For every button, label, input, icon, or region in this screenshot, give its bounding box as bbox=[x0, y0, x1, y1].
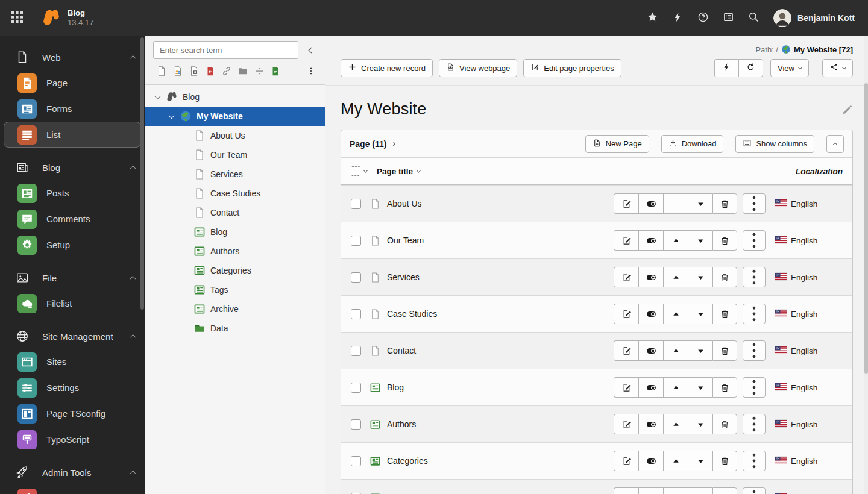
module-menu-scrollbar[interactable] bbox=[140, 37, 144, 310]
refresh-button[interactable] bbox=[738, 59, 763, 77]
delete-button[interactable] bbox=[712, 230, 737, 251]
tree-collapse-button[interactable] bbox=[303, 41, 319, 59]
row-more-button[interactable] bbox=[743, 377, 766, 398]
select-all-checkbox[interactable] bbox=[351, 166, 360, 176]
move-down-button[interactable] bbox=[688, 451, 712, 471]
tree-node-tags[interactable]: Tags bbox=[145, 280, 325, 299]
edit-record-button[interactable] bbox=[614, 304, 638, 324]
sidebar-item-filelist[interactable]: Filelist bbox=[4, 290, 141, 316]
edit-record-button[interactable] bbox=[614, 193, 638, 214]
sidebar-item-settings[interactable]: Settings bbox=[4, 375, 141, 401]
column-page-title[interactable]: Page title bbox=[377, 167, 420, 176]
move-up-button[interactable] bbox=[663, 304, 688, 324]
t-docusers[interactable] bbox=[169, 64, 186, 78]
move-up-button[interactable] bbox=[663, 267, 688, 287]
collapse-table-button[interactable] bbox=[826, 135, 844, 153]
bookmarks-star-icon[interactable] bbox=[640, 0, 665, 36]
delete-button[interactable] bbox=[712, 377, 737, 398]
tree-node-my-website[interactable]: My Website bbox=[145, 107, 325, 126]
edit-record-button[interactable] bbox=[614, 487, 638, 494]
t-docred[interactable] bbox=[202, 64, 218, 78]
delete-button[interactable] bbox=[712, 487, 737, 494]
t-docgreen[interactable] bbox=[267, 64, 283, 78]
delete-button[interactable] bbox=[712, 304, 737, 324]
row-page-title[interactable]: Our Team bbox=[387, 236, 424, 245]
move-down-button[interactable] bbox=[688, 193, 712, 214]
help-icon[interactable] bbox=[690, 0, 715, 36]
toggle-visibility-button[interactable] bbox=[638, 193, 663, 214]
toggle-visibility-button[interactable] bbox=[638, 451, 663, 471]
sidebar-item-maintenance[interactable]: Maintenance bbox=[4, 485, 141, 494]
row-page-title[interactable]: Case Studies bbox=[387, 309, 437, 319]
new-page-button[interactable]: New Page bbox=[585, 135, 649, 153]
move-down-button[interactable] bbox=[688, 230, 712, 251]
selection-dropdown-icon[interactable] bbox=[363, 168, 368, 172]
edit-title-pencil-icon[interactable] bbox=[842, 104, 853, 115]
user-menu[interactable]: Benjamin Kott bbox=[766, 9, 868, 27]
delete-button[interactable] bbox=[712, 340, 737, 361]
row-more-button[interactable] bbox=[743, 230, 766, 251]
cache-bolt-button[interactable] bbox=[714, 59, 738, 77]
move-up-button[interactable] bbox=[663, 340, 688, 361]
tree-node-services[interactable]: Services bbox=[145, 164, 325, 184]
t-doc[interactable] bbox=[153, 64, 169, 78]
tree-node-blog[interactable]: Blog bbox=[145, 222, 325, 242]
row-page-title[interactable]: About Us bbox=[387, 199, 422, 208]
sidebar-item-posts[interactable]: Posts bbox=[4, 180, 141, 206]
row-more-button[interactable] bbox=[743, 304, 766, 324]
clear-cache-bolt-icon[interactable] bbox=[665, 0, 690, 36]
show-columns-button[interactable]: Show columns bbox=[735, 135, 814, 153]
systeminfo-list-icon[interactable] bbox=[715, 0, 741, 36]
row-more-button[interactable] bbox=[743, 487, 766, 494]
module-section-admin-tools[interactable]: Admin Tools bbox=[0, 460, 145, 485]
toggle-visibility-button[interactable] bbox=[638, 267, 663, 287]
sidebar-item-forms[interactable]: Forms bbox=[4, 96, 141, 122]
app-grid-icon[interactable] bbox=[0, 0, 34, 36]
sidebar-item-list[interactable]: List bbox=[4, 122, 141, 148]
t-folder[interactable] bbox=[234, 64, 251, 78]
row-checkbox[interactable] bbox=[351, 456, 361, 466]
content-scrollbar[interactable] bbox=[864, 36, 868, 494]
sidebar-item-typoscript[interactable]: TypoScript bbox=[4, 427, 141, 452]
move-down-button[interactable] bbox=[688, 487, 712, 494]
sidebar-item-setup[interactable]: Setup bbox=[4, 232, 141, 258]
move-down-button[interactable] bbox=[688, 414, 712, 434]
download-button[interactable]: Download bbox=[661, 135, 724, 153]
tree-toolbar-more-icon[interactable] bbox=[303, 64, 319, 78]
move-up-button[interactable] bbox=[663, 230, 688, 251]
chevron-down-icon[interactable] bbox=[155, 93, 161, 99]
edit-page-properties-button[interactable]: Edit page properties bbox=[523, 59, 621, 77]
toggle-visibility-button[interactable] bbox=[638, 304, 663, 324]
tree-node-authors[interactable]: Authors bbox=[145, 242, 325, 261]
tree-node-archive[interactable]: Archive bbox=[145, 299, 325, 319]
tree-node-about-us[interactable]: About Us bbox=[145, 126, 325, 145]
chevron-down-icon[interactable] bbox=[169, 113, 175, 119]
move-up-button[interactable] bbox=[663, 414, 688, 434]
edit-record-button[interactable] bbox=[614, 230, 638, 251]
tree-node-contact[interactable]: Contact bbox=[145, 203, 325, 222]
t-link[interactable] bbox=[218, 64, 234, 78]
row-checkbox[interactable] bbox=[351, 309, 361, 319]
module-section-file[interactable]: File bbox=[0, 265, 145, 290]
move-down-button[interactable] bbox=[688, 267, 712, 287]
view-dropdown-button[interactable]: View bbox=[770, 59, 809, 77]
view-webpage-button[interactable]: View webpage bbox=[439, 59, 517, 77]
move-up-button[interactable] bbox=[663, 377, 688, 398]
row-checkbox[interactable] bbox=[351, 346, 361, 356]
tree-search-input[interactable] bbox=[153, 41, 298, 59]
tree-node-blog[interactable]: Blog bbox=[145, 87, 325, 107]
tree-node-data[interactable]: Data bbox=[145, 319, 325, 338]
edit-record-button[interactable] bbox=[614, 451, 638, 471]
t-docarrow[interactable] bbox=[186, 64, 202, 78]
sidebar-item-page-tsconfig[interactable]: Page TSconfig bbox=[4, 401, 141, 427]
toggle-visibility-button[interactable] bbox=[638, 377, 663, 398]
edit-record-button[interactable] bbox=[614, 377, 638, 398]
toggle-visibility-button[interactable] bbox=[638, 340, 663, 361]
move-up-button[interactable] bbox=[663, 451, 688, 471]
row-more-button[interactable] bbox=[743, 414, 766, 434]
edit-record-button[interactable] bbox=[614, 414, 638, 434]
row-checkbox[interactable] bbox=[351, 236, 361, 246]
delete-button[interactable] bbox=[712, 451, 737, 471]
toggle-visibility-button[interactable] bbox=[638, 487, 663, 494]
toggle-visibility-button[interactable] bbox=[638, 230, 663, 251]
